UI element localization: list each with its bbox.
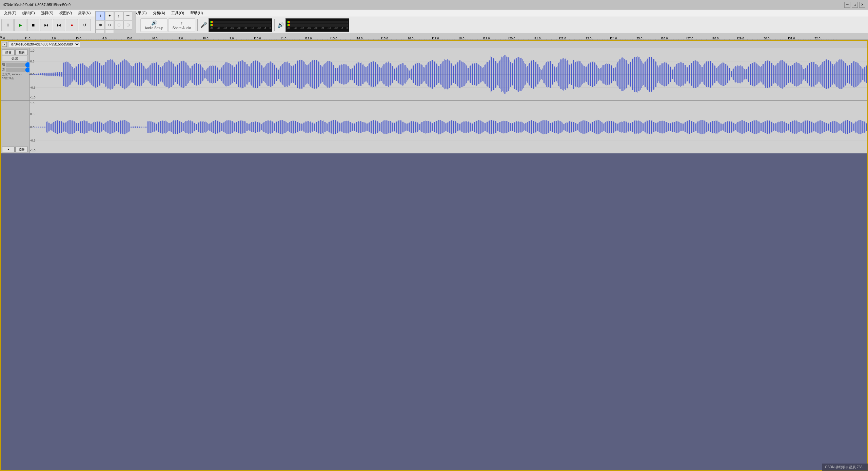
- scale-neg1.0-2: -1.0: [30, 149, 36, 152]
- output-meter-scale: -54 -48 -42 -36 -30 -24 -18 -12 -6 0: [287, 27, 348, 29]
- speaker-icon: 🔊: [277, 19, 285, 31]
- scale-1.0-top: 1.0: [30, 49, 35, 52]
- watermark-text: CSDN @聪明有星辰 766...: [825, 465, 865, 469]
- track-name-dropdown[interactable]: d734e10c-b2f0-4d1f-8037-95f15bce50d9: [8, 41, 80, 47]
- input-meter-fill-1: [210, 21, 213, 23]
- zoom-in-button[interactable]: ⊕: [96, 21, 105, 30]
- time-ruler: [0, 33, 868, 40]
- output-meter-fill-1: [287, 21, 290, 23]
- solo-button[interactable]: 独奏: [15, 50, 28, 55]
- scale-neg1.0: -1.0: [30, 96, 36, 99]
- watermark: CSDN @聪明有星辰 766...: [822, 464, 868, 471]
- track-gain-row: 增 益: [2, 62, 28, 67]
- minimize-button[interactable]: ─: [844, 2, 850, 8]
- microphone-icon: 🎤: [200, 19, 208, 31]
- record-button[interactable]: ●: [66, 19, 78, 31]
- collapse-button[interactable]: ▲: [2, 147, 15, 152]
- skip-end-icon: ⏭: [57, 23, 61, 27]
- track-bit-depth: 32位 浮点: [2, 76, 28, 80]
- stop-icon: ⏹: [31, 23, 35, 27]
- menu-edit[interactable]: 编辑(E): [20, 10, 38, 16]
- loop-icon: ↺: [83, 23, 86, 27]
- menu-record[interactable]: 摄录(N): [75, 10, 93, 16]
- draw-tool-button[interactable]: ✏: [123, 12, 132, 20]
- pause-button[interactable]: ⏸: [1, 19, 14, 31]
- output-meter-bar-1: [287, 21, 348, 23]
- tracks-container: × d734e10c-b2f0-4d1f-8037-95f15bce50d9 静…: [0, 40, 868, 471]
- menu-view[interactable]: 视图(V): [57, 10, 75, 16]
- menu-select[interactable]: 选择(S): [38, 10, 56, 16]
- share-audio-label: Share Audio: [173, 26, 191, 30]
- audio-setup-label: Audio Setup: [145, 26, 163, 30]
- waveform-area-2: 1.0 0.5 0.0 -0.5 -1.0: [29, 101, 867, 153]
- track-controls-1: 静音 独奏 效果 增 益 左 右 立体声, 8000 Hz 32位 浮点: [1, 48, 29, 100]
- audio-setup-icon: 🔊: [151, 20, 157, 25]
- gain-label: 增: [2, 62, 5, 67]
- scale-0.0-2: 0.0: [30, 126, 35, 129]
- share-audio-button[interactable]: ↑ Share Audio: [168, 18, 195, 32]
- output-meter-bar-2: [287, 24, 348, 26]
- skip-end-button[interactable]: ⏭: [53, 19, 65, 31]
- mute-button[interactable]: 静音: [2, 50, 15, 55]
- zoom-sel-button[interactable]: ⊞: [123, 21, 132, 30]
- window-controls: ─ □ ✕: [844, 2, 865, 8]
- toolbar-separator-1: [93, 19, 93, 31]
- input-meter-row-1: [210, 21, 271, 23]
- fit-zoom-button[interactable]: ⊟: [114, 21, 123, 30]
- input-meter-scale: -54 -48 -42 -36 -30 -24 -18 -12 -6 0: [210, 27, 271, 29]
- main-area: × d734e10c-b2f0-4d1f-8037-95f15bce50d9 静…: [0, 40, 868, 471]
- input-meter: -54 -48 -42 -36 -30 -24 -18 -12 -6 0: [209, 18, 272, 32]
- toolbar-separator-2: [138, 19, 138, 31]
- track-info: 立体声, 8000 Hz 32位 浮点: [2, 73, 28, 80]
- play-button[interactable]: ▶: [14, 19, 26, 31]
- track-header: × d734e10c-b2f0-4d1f-8037-95f15bce50d9: [1, 41, 867, 48]
- menu-help[interactable]: 帮助(H): [188, 10, 205, 16]
- close-button[interactable]: ✕: [859, 2, 865, 8]
- stop-button[interactable]: ⏹: [27, 19, 39, 31]
- scale-neg0.5-2: -0.5: [30, 139, 36, 142]
- select-button[interactable]: 选择: [15, 147, 28, 152]
- input-meter-bar-2: [210, 24, 271, 26]
- scale-1.0-top-2: 1.0: [30, 101, 35, 105]
- output-meter-fill-2: [287, 24, 290, 26]
- pause-icon: ⏸: [5, 23, 9, 27]
- track-controls-top: 静音 独奏: [2, 50, 28, 55]
- toolbar-separator-4: [274, 19, 275, 31]
- track-row-2: ▲ 选择 1.0 0.5 0.0 -0.5 -1.0: [1, 101, 867, 153]
- share-audio-icon: ↑: [181, 20, 183, 25]
- input-meter-bar-1: [210, 21, 271, 23]
- scale-0.5-2: 0.5: [30, 112, 35, 116]
- envelope-tool-button[interactable]: ↕: [114, 12, 123, 20]
- close-icon: ×: [3, 43, 5, 46]
- menu-file[interactable]: 文件(F): [1, 10, 19, 16]
- loop-button[interactable]: ↺: [79, 19, 91, 31]
- input-meter-fill-2: [210, 24, 213, 26]
- menu-tools[interactable]: 工具(O): [169, 10, 187, 16]
- pan-left-label: 左: [2, 68, 5, 72]
- selection-tool-button[interactable]: I: [96, 12, 105, 20]
- track-close-button[interactable]: ×: [2, 42, 7, 47]
- skip-start-button[interactable]: ⏮: [40, 19, 52, 31]
- window-title: d734e10c-b2f0-4d1f-8037-95f15bce50d9: [3, 3, 865, 7]
- menu-analyze[interactable]: 分析(A): [150, 10, 168, 16]
- zoom-out-button[interactable]: ⊖: [105, 21, 114, 30]
- waveform-area-1: 1.0 0.5 0.0 -0.5 -1.0: [29, 48, 867, 100]
- track-pan-row: 左 右: [2, 68, 28, 72]
- record-icon: ●: [71, 23, 73, 27]
- track-effect-label: 效果: [2, 56, 28, 62]
- title-bar: d734e10c-b2f0-4d1f-8037-95f15bce50d9 ─ □…: [0, 0, 868, 10]
- track-row-1: 静音 独奏 效果 增 益 左 右 立体声, 8000 Hz 32位 浮点: [1, 48, 867, 101]
- scale-0.0: 0.0: [30, 73, 35, 76]
- input-meter-row-2: [210, 24, 271, 26]
- output-meter: -54 -48 -42 -36 -30 -24 -18 -12 -6 0: [285, 18, 349, 32]
- maximize-button[interactable]: □: [852, 2, 858, 8]
- track-controls-2: ▲ 选择: [1, 101, 29, 153]
- audio-setup-button[interactable]: 🔊 Audio Setup: [140, 18, 167, 32]
- toolbar-separator-3: [197, 19, 198, 31]
- waveform-canvas-1: [29, 48, 867, 100]
- scale-neg0.5: -0.5: [30, 86, 36, 89]
- toolbar: ⏸ ▶ ⏹ ⏮ ⏭ ● ↺ I ✦ ↕ ✏ ⊕ ⊖ ⊟ ⊞ ↩ ↪: [0, 17, 868, 33]
- multitool-button[interactable]: ✦: [105, 12, 114, 20]
- output-meter-row-2: [287, 24, 348, 26]
- scale-0.5-top: 0.5: [30, 60, 35, 63]
